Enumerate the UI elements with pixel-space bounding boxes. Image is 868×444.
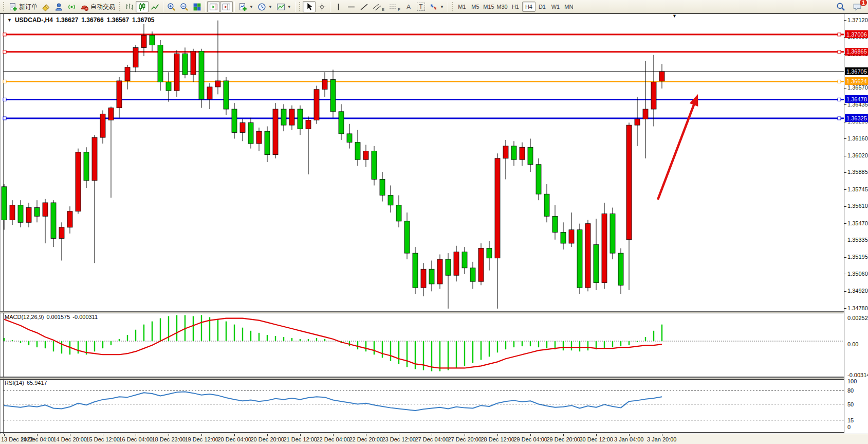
tab-timeframe-m15[interactable]: M15	[482, 2, 495, 12]
autotrading-icon	[80, 3, 89, 11]
price-tick-label: 1.35195	[847, 254, 868, 260]
zoom-out-button[interactable]	[178, 1, 191, 12]
candle-bear	[248, 122, 253, 144]
candle-bull	[306, 120, 311, 129]
axis-tick	[844, 257, 846, 258]
axis-tick	[844, 189, 846, 190]
tab-timeframe-h1[interactable]: H1	[509, 2, 522, 12]
line-anchor	[838, 50, 841, 54]
time-tick-label: 27 Dec 20:00	[448, 436, 482, 442]
tile-windows-button[interactable]	[191, 1, 204, 12]
vertical-line-tool-button[interactable]	[332, 1, 345, 12]
candle-bear	[298, 109, 303, 129]
time-tick-label: 29 Dec 20:00	[547, 436, 580, 442]
panel-separator[interactable]	[0, 377, 868, 379]
current-price-label: 1.36705	[845, 67, 868, 75]
line-chart-icon	[151, 3, 159, 11]
line-anchor	[3, 50, 6, 54]
axis-tick	[844, 156, 846, 156]
candle-bull	[174, 54, 179, 91]
auto-scroll-button[interactable]	[207, 1, 220, 12]
time-tick-label: 14 Dec 20:00	[53, 436, 87, 442]
candle-bull	[92, 137, 97, 181]
rsi-canvas[interactable]	[0, 379, 844, 433]
candlestick-mode-button[interactable]	[136, 1, 149, 12]
toolbar-grip[interactable]	[119, 2, 121, 12]
chart-shift-icon	[222, 3, 231, 11]
tab-timeframe-w1[interactable]: W1	[549, 2, 562, 12]
tab-timeframe-mn[interactable]: MN	[562, 2, 576, 12]
candle-bear	[610, 214, 615, 254]
tab-timeframe-m5[interactable]: M5	[469, 2, 482, 12]
main-chart-canvas[interactable]	[0, 14, 844, 311]
toolbar-grip[interactable]	[299, 2, 301, 12]
candle-bear	[470, 268, 475, 281]
price-tick-label: 1.37120	[847, 17, 868, 23]
tab-timeframe-h4[interactable]: H4	[522, 2, 535, 12]
candle-bear	[330, 80, 336, 112]
candle-bear	[446, 259, 451, 275]
line-anchor	[838, 33, 841, 36]
line-anchor	[838, 98, 841, 101]
candlestick-icon	[138, 3, 146, 11]
zoom-out-icon	[180, 3, 189, 11]
macd-histogram	[4, 315, 662, 371]
arrows-tool-button[interactable]: ▼	[427, 1, 446, 12]
macd-axis-label: -0.003149	[847, 372, 868, 378]
depth-of-market-button[interactable]	[40, 1, 52, 12]
candle-bear	[462, 252, 467, 268]
candle-bear	[429, 269, 434, 284]
candle-bull	[626, 125, 632, 240]
cursor-tool-button[interactable]	[303, 1, 316, 12]
text-tool-button[interactable]: A	[402, 1, 415, 12]
templates-button[interactable]: ▼	[274, 1, 293, 12]
price-tick-label: 1.34780	[847, 305, 868, 311]
arrow-head	[690, 94, 698, 106]
bar-chart-mode-button[interactable]	[123, 1, 136, 12]
level-price-label: 1.36325	[845, 114, 868, 122]
signals-button[interactable]	[65, 1, 78, 12]
zoom-in-button[interactable]	[165, 1, 178, 12]
horizontal-line-tool-button[interactable]	[345, 1, 358, 12]
tab-timeframe-d1[interactable]: D1	[535, 2, 549, 12]
level-price-label: 1.37006	[845, 30, 868, 38]
line-chart-mode-button[interactable]	[149, 1, 161, 12]
candle-bear	[18, 205, 23, 223]
time-axis[interactable]: 13 Dec 202214 Dec 04:0014 Dec 20:0015 De…	[0, 434, 868, 444]
trendline-tool-button[interactable]	[358, 1, 371, 12]
price-tick-label: 1.34920	[847, 288, 868, 294]
candle-bear	[199, 51, 204, 99]
tab-timeframe-m30[interactable]: M30	[495, 2, 509, 12]
candle-bear	[51, 203, 56, 238]
macd-canvas[interactable]	[0, 313, 844, 377]
price-tick-label: 1.35060	[847, 271, 868, 277]
price-tick-label: 1.35335	[847, 237, 868, 243]
chart-shift-button[interactable]	[220, 1, 233, 12]
indicators-button[interactable]: ▼	[236, 1, 255, 12]
arrow-shaft	[658, 101, 695, 200]
text-label-tool-button[interactable]: T	[415, 1, 427, 12]
main-toolbar: 新订单 自动交易	[0, 0, 868, 14]
price-axis[interactable]: 1.371201.369851.368451.365701.364351.362…	[844, 14, 868, 433]
crosshair-tool-button[interactable]	[316, 1, 328, 12]
price-tick-label: 1.35610	[847, 203, 868, 209]
equidistant-channel-tool-button[interactable]: E	[371, 1, 386, 12]
price-tick-label: 1.36160	[847, 135, 868, 141]
candle-bull	[43, 203, 48, 216]
candle-bear	[618, 253, 623, 285]
search-icon	[836, 2, 845, 11]
toolbar-grip[interactable]	[451, 2, 454, 12]
candle-bull	[659, 72, 664, 81]
axis-tick	[844, 88, 846, 88]
tab-timeframe-m1[interactable]: M1	[455, 2, 469, 12]
new-order-button[interactable]: 新订单	[7, 1, 40, 12]
toolbar-grip[interactable]	[3, 2, 5, 12]
periods-button[interactable]: ▼	[255, 1, 274, 12]
time-tick-label: 18 Dec 23:00	[152, 436, 186, 442]
notifications-button[interactable]: 1	[851, 1, 864, 12]
profile-icon	[54, 3, 63, 11]
market-watch-button[interactable]	[52, 1, 65, 12]
autotrading-button[interactable]: 自动交易	[78, 1, 117, 12]
fibonacci-tool-button[interactable]: F	[386, 1, 402, 12]
search-button[interactable]	[834, 1, 847, 12]
